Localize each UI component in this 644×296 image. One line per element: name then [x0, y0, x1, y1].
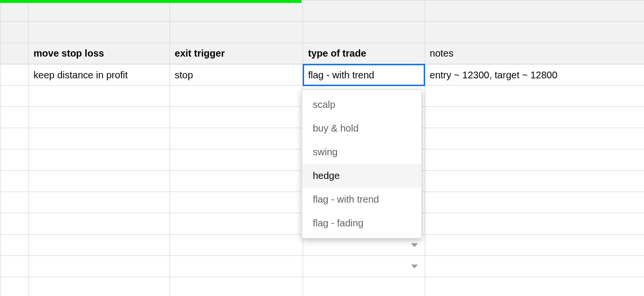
- cell[interactable]: [0, 43, 29, 64]
- cell[interactable]: [169, 277, 303, 296]
- header-notes[interactable]: notes: [425, 43, 644, 64]
- cell[interactable]: [29, 235, 170, 256]
- formula-highlight-bar: [0, 0, 302, 3]
- cell[interactable]: [29, 192, 170, 213]
- cell[interactable]: [0, 22, 29, 43]
- cell[interactable]: [0, 213, 29, 235]
- cell-move-stop-loss[interactable]: keep distance in profit: [29, 64, 170, 86]
- cell-type-of-trade-dropdown[interactable]: [303, 256, 425, 277]
- cell[interactable]: [0, 192, 29, 213]
- cell[interactable]: [169, 149, 303, 171]
- cell[interactable]: [0, 277, 29, 296]
- cell[interactable]: [169, 171, 303, 192]
- cell[interactable]: [0, 256, 29, 277]
- header-type-of-trade[interactable]: type of trade: [303, 43, 425, 64]
- cell[interactable]: [0, 171, 29, 192]
- cell[interactable]: [303, 0, 425, 22]
- cell[interactable]: [29, 149, 170, 171]
- cell-notes[interactable]: entry ~ 12300, target ~ 12800: [425, 64, 644, 86]
- dropdown-option[interactable]: hedge: [302, 164, 421, 188]
- cell[interactable]: [29, 277, 170, 296]
- dropdown-option[interactable]: scalp: [302, 93, 421, 117]
- cell[interactable]: [169, 128, 303, 149]
- cell[interactable]: [0, 128, 29, 149]
- cell[interactable]: [169, 192, 303, 213]
- cell[interactable]: [169, 256, 303, 277]
- cell[interactable]: [425, 0, 644, 22]
- cell[interactable]: [169, 0, 303, 22]
- cell[interactable]: [303, 22, 425, 43]
- cell-exit-trigger[interactable]: stop: [169, 64, 303, 86]
- cell[interactable]: [425, 235, 644, 256]
- cell[interactable]: [169, 22, 303, 43]
- cell-value: flag - with trend: [308, 70, 374, 80]
- cell[interactable]: [29, 128, 170, 149]
- cell[interactable]: [29, 213, 170, 235]
- cell[interactable]: [425, 171, 644, 192]
- cell[interactable]: [0, 235, 29, 256]
- cell[interactable]: [29, 107, 170, 128]
- cell[interactable]: [425, 107, 644, 128]
- cell[interactable]: [0, 86, 29, 107]
- dropdown-option[interactable]: buy & hold: [302, 117, 421, 140]
- dropdown-option[interactable]: flag - with trend: [302, 188, 421, 211]
- cell[interactable]: [169, 86, 303, 107]
- cell[interactable]: [425, 256, 644, 277]
- cell[interactable]: [303, 277, 425, 296]
- cell[interactable]: [29, 0, 170, 22]
- cell[interactable]: [425, 213, 644, 235]
- data-validation-dropdown: scalp buy & hold swing hedge flag - with…: [302, 89, 422, 238]
- dropdown-option[interactable]: swing: [302, 140, 421, 164]
- cell[interactable]: [169, 235, 303, 256]
- cell[interactable]: [0, 64, 29, 86]
- cell[interactable]: [425, 192, 644, 213]
- cell[interactable]: [425, 149, 644, 171]
- chevron-down-icon: [411, 243, 418, 247]
- cell[interactable]: [29, 22, 170, 43]
- cell[interactable]: [425, 128, 644, 149]
- cell[interactable]: [29, 86, 170, 107]
- chevron-down-icon: [411, 265, 418, 268]
- header-exit-trigger[interactable]: exit trigger: [169, 43, 303, 64]
- cell[interactable]: [0, 149, 29, 171]
- dropdown-option[interactable]: flag - fading: [302, 211, 421, 235]
- cell[interactable]: [0, 0, 29, 22]
- header-move-stop-loss[interactable]: move stop loss: [29, 43, 170, 64]
- cell[interactable]: [0, 107, 29, 128]
- cell-type-of-trade-active[interactable]: flag - with trend: [303, 64, 425, 86]
- cell[interactable]: [169, 107, 303, 128]
- cell[interactable]: [425, 86, 644, 107]
- cell[interactable]: [425, 22, 644, 43]
- cell[interactable]: [29, 256, 170, 277]
- cell[interactable]: [29, 171, 170, 192]
- cell[interactable]: [425, 277, 644, 296]
- cell[interactable]: [169, 213, 303, 235]
